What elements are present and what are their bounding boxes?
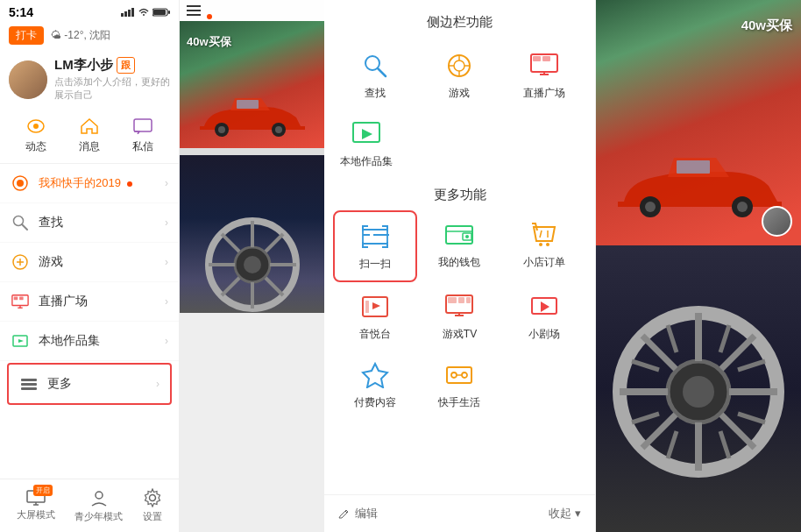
- feed-header: [180, 0, 324, 21]
- svg-rect-70: [458, 297, 464, 303]
- video-card-1[interactable]: 40w买保: [180, 21, 324, 148]
- feature-broadcast[interactable]: 直播广场: [502, 41, 586, 110]
- svg-rect-33: [237, 100, 259, 109]
- local-works-row: 本地作品集: [324, 110, 595, 178]
- svg-line-97: [720, 325, 729, 352]
- eye-icon: [25, 116, 46, 137]
- broadcast-menu-label: 直播广场: [39, 294, 165, 309]
- quick-action-feed[interactable]: 动态: [25, 116, 46, 154]
- feature-theater[interactable]: 小剧场: [502, 282, 586, 351]
- feature-search[interactable]: 查找: [333, 41, 417, 110]
- quick-action-dm[interactable]: 私信: [132, 116, 153, 154]
- settings-label: 设置: [143, 510, 162, 523]
- feature-scan[interactable]: 扫一扫: [333, 210, 417, 282]
- video-text-overlay: 40w买保: [741, 18, 792, 34]
- more-menu-label: 更多: [47, 376, 156, 392]
- svg-line-64: [540, 231, 542, 238]
- local-works-feature-label: 本地作品集: [340, 154, 393, 169]
- message-icon: [132, 116, 153, 137]
- menu-item-2019[interactable]: 我和快手的2019 ›: [0, 164, 179, 203]
- svg-rect-84: [677, 160, 710, 174]
- video-author-avatar: [762, 206, 792, 237]
- svg-line-96: [668, 325, 677, 352]
- feature-music[interactable]: 音悦台: [333, 282, 417, 351]
- video-card-large[interactable]: 40w买保: [596, 0, 801, 245]
- car-illustration-2: [611, 149, 786, 219]
- user-name-row: LM李小步 跟: [54, 57, 170, 74]
- battery-icon: [152, 8, 170, 17]
- edit-label: 编辑: [355, 506, 378, 521]
- music-feature-icon: [359, 291, 391, 323]
- broadcast-feature-icon: [528, 50, 560, 82]
- svg-rect-71: [466, 297, 471, 303]
- feature-games[interactable]: 游戏: [417, 41, 501, 110]
- svg-line-13: [22, 224, 27, 230]
- checkin-button[interactable]: 打卡: [9, 26, 44, 45]
- features-panel: 侧边栏功能 查找 游戏: [324, 0, 596, 532]
- svg-point-32: [275, 126, 282, 133]
- search-menu-icon: [11, 213, 30, 232]
- game-menu-icon: [11, 252, 30, 272]
- quick-actions: 动态 消息 私信: [0, 109, 179, 164]
- time-display: 5:14: [9, 5, 33, 19]
- video-feed-narrow: 40w买保: [180, 0, 324, 532]
- video-card-wheel[interactable]: [596, 245, 801, 532]
- wheel-illustration-1: [204, 216, 301, 313]
- feature-gametv[interactable]: 游戏TV: [417, 282, 501, 351]
- broadcast-menu-icon: [11, 292, 30, 311]
- menu-item-games[interactable]: 游戏 ›: [0, 243, 179, 282]
- hamburger-menu[interactable]: [187, 5, 201, 16]
- status-icons: [121, 8, 170, 17]
- menu-item-search[interactable]: 查找 ›: [0, 203, 179, 243]
- bottom-teen[interactable]: 青少年模式: [74, 488, 123, 523]
- feed-label: 动态: [25, 139, 46, 154]
- menu-item-local-works[interactable]: 本地作品集 ›: [0, 322, 179, 361]
- dm-label: 私信: [132, 139, 153, 154]
- feature-local-works[interactable]: 本地作品集: [333, 110, 400, 178]
- svg-rect-2: [128, 10, 131, 17]
- feature-kuaishouli[interactable]: 快手生活: [417, 351, 501, 419]
- bottom-bar: 开启 大屏模式 青少年模式 设置: [0, 479, 179, 532]
- bottom-settings[interactable]: 设置: [143, 488, 162, 523]
- feature-shop[interactable]: 小店订单: [502, 210, 586, 282]
- svg-line-99: [632, 414, 659, 422]
- svg-point-62: [539, 243, 542, 246]
- games-menu-label: 游戏: [39, 254, 165, 270]
- follow-button[interactable]: 跟: [117, 57, 135, 74]
- feature-paid[interactable]: 付费内容: [333, 351, 417, 419]
- arrow-icon: ›: [165, 335, 168, 347]
- svg-point-63: [546, 243, 549, 246]
- edit-button[interactable]: 编辑: [338, 506, 378, 521]
- svg-rect-15: [12, 295, 28, 306]
- hamburger-container[interactable]: [187, 5, 201, 16]
- menu-item-broadcast[interactable]: 直播广场 ›: [0, 282, 179, 322]
- svg-line-41: [222, 234, 239, 252]
- collapse-button[interactable]: 收起 ▾: [549, 506, 581, 521]
- notification-badge: [207, 14, 212, 19]
- quick-action-messages[interactable]: 消息: [79, 116, 100, 154]
- feature-wallet[interactable]: 我的钱包: [417, 210, 501, 282]
- svg-line-44: [222, 278, 239, 295]
- svg-line-46: [378, 68, 386, 76]
- theater-feature-label: 小剧场: [528, 327, 560, 342]
- more-menu-icon: [19, 374, 39, 394]
- avatar[interactable]: [9, 60, 47, 99]
- car-illustration-1: [195, 91, 309, 139]
- svg-rect-55: [363, 230, 387, 244]
- menu-item-more[interactable]: 更多 ›: [7, 363, 172, 405]
- bottom-bigscreen[interactable]: 开启 大屏模式: [17, 490, 55, 521]
- features-panel-title: 侧边栏功能: [324, 0, 595, 41]
- gametv-feature-label: 游戏TV: [443, 327, 477, 342]
- video-card-2[interactable]: [180, 155, 324, 313]
- features-footer: 编辑 收起 ▾: [324, 494, 595, 532]
- svg-rect-3: [131, 8, 134, 17]
- svg-line-103: [720, 431, 729, 458]
- weather-display: 🌤 -12°, 沈阳: [51, 28, 110, 43]
- wallet-feature-label: 我的钱包: [438, 255, 480, 270]
- svg-line-101: [738, 414, 765, 422]
- more-features-grid: 扫一扫 我的钱包: [324, 210, 595, 419]
- arrow-icon: ›: [165, 295, 168, 308]
- wheel-illustration-2: [611, 304, 786, 479]
- shop-feature-label: 小店订单: [523, 255, 565, 270]
- top-features-grid: 查找 游戏: [324, 41, 595, 110]
